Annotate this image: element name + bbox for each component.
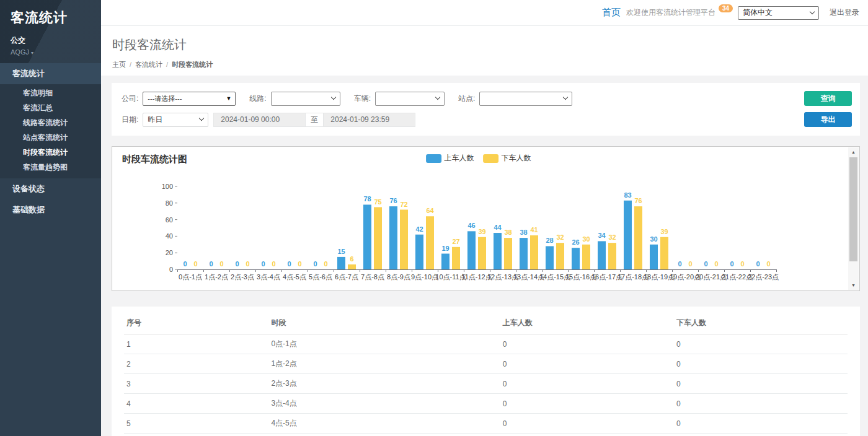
svg-text:0: 0 [324,260,327,268]
svg-text:60: 60 [166,216,173,224]
chart-title: 时段车流统计图 [122,154,187,164]
sidebar-subitem[interactable]: 时段客流统计 [0,145,101,160]
sidebar-item[interactable]: 客流统计 [0,63,101,84]
sidebar: 客流统计 公交 AQGJ▾ 客流统计客流明细客流汇总线路客流统计站点客流统计时段… [0,0,101,436]
sidebar-subitem[interactable]: 站点客流统计 [0,130,101,145]
svg-text:0: 0 [298,260,301,268]
svg-text:83: 83 [624,191,631,199]
scroll-down-icon[interactable]: ▼ [848,281,859,290]
svg-text:76: 76 [389,197,397,204]
company-select[interactable]: ---请选择--- ▼ [143,92,236,106]
table-cell: 0 [500,354,674,374]
app-window: 客流统计 公交 AQGJ▾ 客流统计客流明细客流汇总线路客流统计站点客流统计时段… [0,0,868,436]
svg-text:0: 0 [678,260,681,268]
topbar-home-link[interactable]: 首页 [602,7,621,19]
table-row: 10点-1点00 [124,334,848,354]
vehicle-label: 车辆: [354,94,371,104]
svg-text:39: 39 [660,228,668,235]
scroll-up-icon[interactable]: ▲ [848,147,859,157]
table-row: 32点-3点00 [124,374,848,394]
breadcrumb-item: 时段客流统计 [172,61,213,68]
table-cell: 0 [500,374,674,394]
table-cell: 0 [674,334,848,354]
svg-text:6点-7点: 6点-7点 [335,273,358,281]
filter-panel: 公司: ---请选择--- ▼ 线路: 车辆: 站点: [112,83,860,136]
legend-item[interactable]: 下车人数 [483,153,531,164]
svg-text:15: 15 [337,248,345,255]
sidebar-subitem[interactable]: 客流汇总 [0,100,101,115]
svg-text:5点-6点: 5点-6点 [309,273,332,281]
table-cell: 6 [124,434,268,436]
svg-text:41: 41 [530,226,538,233]
svg-text:8点-9点: 8点-9点 [387,273,410,281]
svg-text:0: 0 [246,260,249,268]
breadcrumb-separator: / [166,61,168,68]
station-select[interactable] [479,92,572,106]
breadcrumb-item[interactable]: 客流统计 [135,61,162,68]
table-panel: 序号 时段 上车人数 下车人数 10点-1点0021点-2点0032点-3点00… [112,307,860,436]
data-table: 序号 时段 上车人数 下车人数 10点-1点0021点-2点0032点-3点00… [124,312,848,436]
svg-text:0: 0 [219,260,223,268]
chevron-down-icon [563,95,568,100]
legend-swatch [483,154,498,163]
svg-text:22点-23点: 22点-23点 [748,273,779,281]
topbar-welcome-text: 欢迎使用客流统计管理平台 [626,7,715,18]
table-body: 10点-1点0021点-2点0032点-3点0043点-4点0054点-5点00… [124,334,848,436]
svg-text:0: 0 [235,260,239,268]
company-label: 公司: [122,94,138,104]
svg-text:0: 0 [169,266,173,273]
line-label: 线路: [249,94,266,104]
svg-text:0: 0 [313,260,317,268]
table-header-row: 序号 时段 上车人数 下车人数 [124,312,848,334]
svg-text:72: 72 [400,201,407,208]
table-cell: 0 [500,394,674,414]
date-start-input[interactable]: 2024-01-09 00:00 [213,113,305,127]
date-range-select[interactable]: 昨日 [143,113,208,127]
dropdown-caret-icon: ▼ [226,95,231,102]
user-menu[interactable]: AQGJ▾ [11,48,101,56]
svg-text:0: 0 [730,260,733,268]
line-select[interactable] [271,92,340,106]
svg-text:26: 26 [572,238,579,246]
query-button[interactable]: 查询 [804,91,852,106]
table-cell: 3点-4点 [268,394,500,414]
sidebar-submenu: 客流明细客流汇总线路客流统计站点客流统计时段客流统计客流量趋势图 [0,84,101,178]
breadcrumb-item[interactable]: 主页 [112,61,126,68]
legend-item[interactable]: 上车人数 [426,153,474,164]
legend-label: 下车人数 [502,153,531,164]
logout-link[interactable]: 退出登录 [830,7,859,18]
table-cell: 0 [674,374,848,394]
svg-text:0: 0 [704,260,707,268]
table-cell: 0 [674,414,848,434]
svg-text:6: 6 [350,255,353,263]
sidebar-subitem[interactable]: 客流明细 [0,85,101,100]
app-logo-title: 客流统计 [11,9,101,27]
export-button[interactable]: 导出 [804,112,852,127]
sidebar-item[interactable]: 设备状态 [0,178,101,199]
table-cell: 2 [124,354,268,374]
svg-text:34: 34 [598,232,606,239]
svg-text:32: 32 [556,233,564,241]
table-row: 65点-6点00 [124,434,848,436]
chart-header: 时段车流统计图 上车人数下车人数 [112,147,859,164]
table-cell: 5点-6点 [268,434,500,436]
svg-text:40: 40 [166,232,173,240]
svg-text:44: 44 [494,224,502,231]
chart-scrollbar[interactable]: ▲ ▼ [848,147,859,290]
sidebar-subitem[interactable]: 线路客流统计 [0,115,101,130]
sidebar-item[interactable]: 基础数据 [0,199,101,220]
scrollbar-thumb[interactable] [849,157,857,261]
sidebar-subitem[interactable]: 客流量趋势图 [0,160,101,175]
svg-text:75: 75 [374,198,381,206]
language-select[interactable]: 简体中文 [738,6,819,20]
svg-text:0: 0 [209,260,213,268]
table-cell: 1 [124,334,268,354]
svg-text:42: 42 [415,225,423,233]
svg-text:0: 0 [756,260,760,268]
page-heading: 时段客流统计 主页/客流统计/时段客流统计 [101,26,868,76]
svg-text:76: 76 [634,197,642,204]
date-end-input[interactable]: 2024-01-09 23:59 [324,113,415,127]
vehicle-select[interactable] [375,92,445,106]
table-cell: 0 [500,414,674,434]
table-cell: 0 [674,394,848,414]
